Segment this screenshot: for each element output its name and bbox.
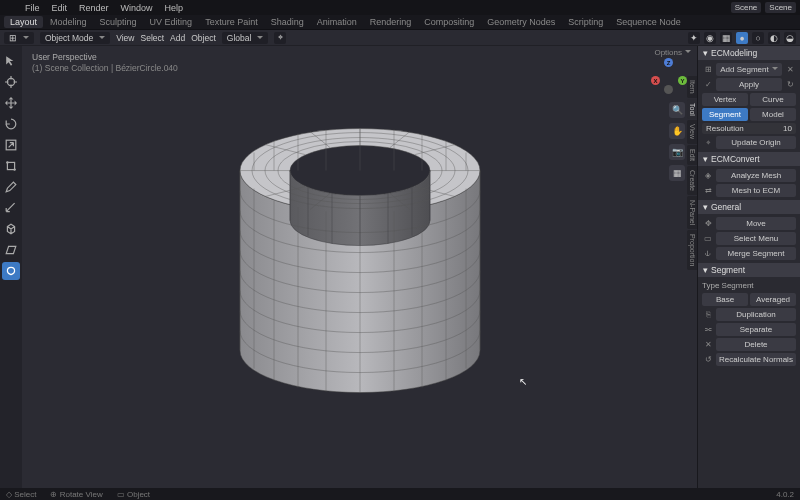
origin-icon: ⌖: [702, 137, 714, 149]
update-origin-button[interactable]: Update Origin: [716, 136, 796, 149]
base-btn[interactable]: Base: [702, 293, 748, 306]
nav-gizmo[interactable]: X Y Z: [651, 58, 687, 94]
tool-custom-active[interactable]: [2, 262, 20, 280]
gizmo-neg[interactable]: [664, 85, 673, 94]
ws-layout[interactable]: Layout: [4, 16, 43, 28]
panel-segment-header[interactable]: ▾ Segment: [698, 263, 800, 277]
gizmo-z[interactable]: Z: [664, 58, 673, 67]
menu-render[interactable]: Render: [74, 2, 114, 14]
tool-move[interactable]: [2, 94, 20, 112]
ws-texpaint[interactable]: Texture Paint: [199, 16, 264, 28]
hdr-object[interactable]: Object: [191, 33, 216, 43]
orientation-dropdown[interactable]: Global: [222, 32, 269, 44]
delete-button[interactable]: Delete: [716, 338, 796, 351]
resolution-field[interactable]: Resolution10: [702, 123, 796, 134]
vertex-btn[interactable]: Vertex: [702, 93, 748, 106]
analyze-mesh-button[interactable]: Analyze Mesh: [716, 169, 796, 182]
panel-ecmodeling-header[interactable]: ▾ ECModeling: [698, 46, 800, 60]
viewlayer-selector[interactable]: Scene: [765, 2, 796, 13]
duplication-button[interactable]: Duplication: [716, 308, 796, 321]
scene-selector[interactable]: Scene: [731, 2, 762, 13]
averaged-btn[interactable]: Averaged: [750, 293, 796, 306]
ws-modeling[interactable]: Modeling: [44, 16, 93, 28]
menu-help[interactable]: Help: [160, 2, 189, 14]
status-select: ◇ Select: [6, 490, 36, 499]
hdr-view[interactable]: View: [116, 33, 134, 43]
tool-shear[interactable]: [2, 241, 20, 259]
gizmo-toggle-icon[interactable]: ✦: [688, 32, 700, 44]
zoom-icon[interactable]: 🔍: [669, 102, 685, 118]
shading-rendered-icon[interactable]: ◒: [784, 32, 796, 44]
gizmo-x[interactable]: X: [651, 76, 660, 85]
ws-shading[interactable]: Shading: [265, 16, 310, 28]
tab-item[interactable]: Item: [687, 76, 697, 98]
panel-general-header[interactable]: ▾ General: [698, 200, 800, 214]
merge-segment-button[interactable]: Merge Segment: [716, 247, 796, 260]
persp-icon[interactable]: ▦: [669, 165, 685, 181]
perspective-label: User Perspective: [32, 52, 178, 63]
move-button[interactable]: Move: [716, 217, 796, 230]
menu-edit[interactable]: Edit: [47, 2, 73, 14]
tool-transform[interactable]: [2, 157, 20, 175]
status-bar: ◇ Select ⊕ Rotate View ▭ Object 4.0.2: [0, 488, 800, 500]
tab-proportion[interactable]: Proportion: [687, 230, 697, 270]
ws-animation[interactable]: Animation: [311, 16, 363, 28]
workspace-tabs: Layout Modeling Sculpting UV Editing Tex…: [0, 15, 800, 30]
overlay-toggle-icon[interactable]: ◉: [704, 32, 716, 44]
curve-btn[interactable]: Curve: [750, 93, 796, 106]
mode-dropdown[interactable]: Object Mode: [40, 32, 110, 44]
shading-wire-icon[interactable]: ○: [752, 32, 764, 44]
editor-type-icon[interactable]: ⊞: [4, 32, 34, 44]
ws-rendering[interactable]: Rendering: [364, 16, 418, 28]
model-btn[interactable]: Model: [750, 108, 796, 121]
tool-rotate[interactable]: [2, 115, 20, 133]
ws-sculpting[interactable]: Sculpting: [94, 16, 143, 28]
add-segment-dropdown[interactable]: Add Segment: [716, 63, 782, 76]
select-menu-button[interactable]: Select Menu: [716, 232, 796, 245]
hdr-add[interactable]: Add: [170, 33, 185, 43]
status-version: 4.0.2: [776, 490, 794, 499]
tab-view[interactable]: View: [687, 120, 697, 143]
ws-geonodes[interactable]: Geometry Nodes: [481, 16, 561, 28]
ws-sequence[interactable]: Sequence Node: [610, 16, 687, 28]
3d-viewport[interactable]: Options User Perspective (1) Scene Colle…: [22, 46, 697, 490]
pan-icon[interactable]: ✋: [669, 123, 685, 139]
shading-material-icon[interactable]: ◐: [768, 32, 780, 44]
tab-tool[interactable]: Tool: [687, 99, 697, 120]
svg-rect-2: [7, 162, 14, 169]
tool-measure[interactable]: [2, 199, 20, 217]
snap-icon[interactable]: ⌖: [274, 32, 286, 44]
tab-npanel[interactable]: N-Panel: [687, 196, 697, 229]
ws-scripting[interactable]: Scripting: [562, 16, 609, 28]
mesh-object[interactable]: [220, 101, 500, 423]
menu-file[interactable]: File: [20, 2, 45, 14]
x-icon[interactable]: ✕: [784, 64, 796, 76]
tool-scale[interactable]: [2, 136, 20, 154]
apply-button[interactable]: Apply: [716, 78, 782, 91]
ws-uvediting[interactable]: UV Editing: [144, 16, 199, 28]
reload-icon[interactable]: ↻: [784, 79, 796, 91]
camera-icon[interactable]: 📷: [669, 144, 685, 160]
tool-cursor[interactable]: [2, 73, 20, 91]
top-menubar: File Edit Render Window Help Scene Scene: [0, 0, 800, 15]
menu-window[interactable]: Window: [116, 2, 158, 14]
panel-ecmconvert-header[interactable]: ▾ ECMConvert: [698, 152, 800, 166]
tab-edit[interactable]: Edit: [687, 145, 697, 165]
tool-select-box[interactable]: [2, 52, 20, 70]
separate-button[interactable]: Separate: [716, 323, 796, 336]
segment-btn[interactable]: Segment: [702, 108, 748, 121]
mesh-to-ecm-button[interactable]: Mesh to ECM: [716, 184, 796, 197]
xray-icon[interactable]: ▦: [720, 32, 732, 44]
cursor-icon: ↖: [519, 376, 527, 387]
gizmo-y[interactable]: Y: [678, 76, 687, 85]
tool-addcube[interactable]: [2, 220, 20, 238]
viewport-side-icons: 🔍 ✋ 📷 ▦: [669, 102, 685, 181]
tab-create[interactable]: Create: [687, 166, 697, 195]
recalc-normals-button[interactable]: Recalculate Normals: [716, 353, 796, 366]
ws-compositing[interactable]: Compositing: [418, 16, 480, 28]
dup-icon: ⎘: [702, 309, 714, 321]
hdr-select[interactable]: Select: [140, 33, 164, 43]
shading-solid-icon[interactable]: ●: [736, 32, 748, 44]
move-icon: ✥: [702, 218, 714, 230]
tool-annotate[interactable]: [2, 178, 20, 196]
